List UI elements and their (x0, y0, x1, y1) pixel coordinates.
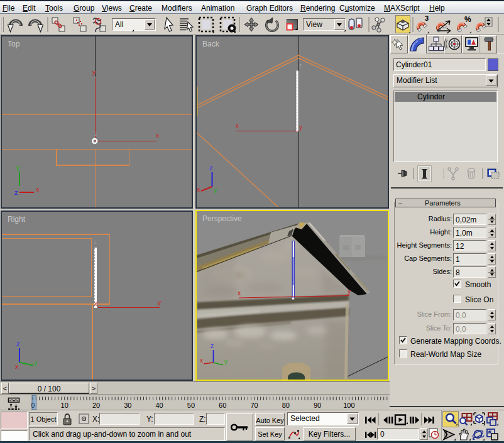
svg-text:x: x (236, 123, 239, 129)
svg-text:x: x (15, 363, 19, 370)
svg-text:y: y (92, 69, 96, 76)
svg-text:x: x (36, 185, 40, 193)
svg-text:100: 100 (343, 402, 354, 409)
svg-text:y: y (348, 288, 351, 295)
svg-text:z: z (16, 340, 20, 347)
svg-text:z: z (94, 131, 97, 137)
svg-text:80: 80 (282, 402, 290, 409)
svg-text:30: 30 (124, 402, 131, 409)
svg-text:10: 10 (61, 402, 68, 409)
svg-text:90: 90 (314, 402, 321, 409)
svg-text:0: 0 (31, 402, 35, 409)
svg-text:y: y (16, 163, 20, 171)
svg-text:50: 50 (187, 402, 195, 409)
svg-text:x: x (94, 300, 97, 307)
svg-text:z: z (209, 164, 213, 172)
svg-text:x: x (197, 185, 200, 193)
svg-text:y: y (299, 124, 302, 131)
svg-text:z: z (211, 342, 214, 349)
svg-text:70: 70 (250, 402, 258, 409)
svg-text:z: z (14, 189, 18, 196)
svg-text:x: x (156, 132, 159, 139)
svg-text:z: z (299, 62, 302, 68)
svg-text:20: 20 (92, 402, 100, 409)
svg-text:%: % (464, 15, 471, 24)
svg-text:x: x (200, 357, 203, 364)
svg-text:60: 60 (219, 402, 226, 409)
svg-text:y: y (34, 359, 38, 366)
svg-text:40: 40 (155, 402, 163, 409)
svg-text:z: z (94, 239, 97, 245)
svg-text:y: y (224, 358, 227, 365)
svg-text:3: 3 (425, 14, 429, 22)
svg-text:x: x (238, 290, 241, 297)
svg-text:y: y (214, 186, 217, 194)
svg-text:y: y (158, 299, 161, 306)
